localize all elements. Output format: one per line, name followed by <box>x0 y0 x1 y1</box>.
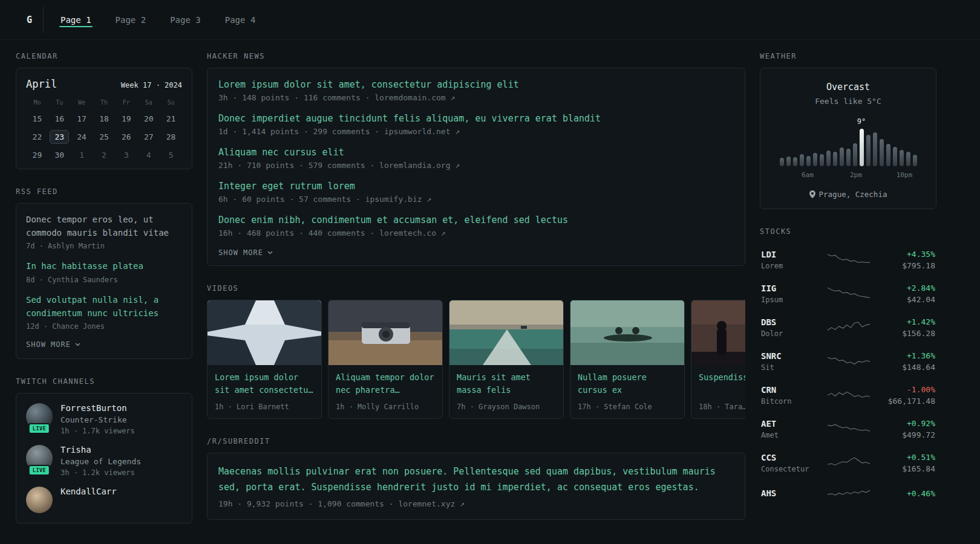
channel-game: League of Legends <box>60 457 141 466</box>
middle-column: HACKER NEWS Lorem ipsum dolor sit amet, … <box>207 52 745 544</box>
hn-link[interactable]: Aliquam nec cursus elit <box>218 147 734 158</box>
stock-price: $66,171.48 <box>872 397 935 406</box>
right-column: WEATHER Overcast Feels like 5°C 9° 6am 2… <box>760 52 936 544</box>
rss-item: Sed volutpat nulla nisl, a condimentum n… <box>26 294 182 331</box>
channel-name: KendallCarr <box>60 487 117 496</box>
weather-bar <box>820 154 824 166</box>
twitch-channel[interactable]: KendallCarr <box>26 487 182 513</box>
weather-bar <box>793 157 797 166</box>
calendar-dow: We <box>78 99 85 106</box>
stock-sparkline <box>825 320 872 335</box>
calendar-day-next-month: 5 <box>169 149 174 160</box>
stock-name: Amet <box>761 431 825 439</box>
weather-bar <box>853 143 857 166</box>
hackernews-widget-title: HACKER NEWS <box>207 52 745 60</box>
calendar-month: April <box>26 78 57 90</box>
avatar: LIVE <box>26 445 53 471</box>
stock-name: Consectetur <box>761 465 825 473</box>
video-card[interactable]: Nullam posuere cursus ex 17h · Stefan Co… <box>570 300 685 419</box>
post-link[interactable]: Maecenas mollis pulvinar erat non posuer… <box>218 464 734 495</box>
stocks-list: LDI Lorem +4.35% $795.18 IIG Ipsum <box>760 243 936 509</box>
calendar-day: 28 <box>166 131 176 142</box>
hackernews-card: Lorem ipsum dolor sit amet, consectetur … <box>207 68 745 266</box>
channel-game: Counter-Strike <box>60 415 135 424</box>
stock-name: Dolor <box>761 329 825 338</box>
hour-label: 2pm <box>850 171 862 179</box>
channel-meta: 3h · 1.2k viewers <box>60 468 141 477</box>
weather-bar <box>800 154 804 166</box>
twitch-channel-info: ForrestBurton Counter-Strike 1h · 1.7k v… <box>60 403 135 435</box>
rss-meta: 12d · Chance Jones <box>26 322 182 331</box>
calendar-dow: Sa <box>145 99 152 106</box>
hn-link[interactable]: Lorem ipsum dolor sit amet, consectetur … <box>218 79 734 90</box>
stock-name: Lorem <box>761 262 825 270</box>
video-title: Lorem ipsum dolor sit amet consectetu… <box>215 371 314 397</box>
calendar-day: 22 <box>33 131 42 142</box>
hn-link[interactable]: Donec enim nibh, condimentum et accumsan… <box>218 215 734 225</box>
tab-page-2[interactable]: Page 2 <box>114 9 148 31</box>
video-card[interactable]: Aliquam tempor dolor nec pharetra… 1h · … <box>328 300 443 419</box>
hn-item: Donec imperdiet augue tincidunt felis al… <box>218 113 734 136</box>
stock-row[interactable]: CCS Consectetur +0.51% $165.84 <box>760 446 936 480</box>
rss-link[interactable]: Donec tempor eros leo, ut commodo mauris… <box>26 213 182 239</box>
stock-ticker: LDI <box>761 250 825 259</box>
calendar-day: 16 <box>54 112 64 124</box>
stock-sparkline <box>825 421 872 437</box>
subreddit-widget: /R/SUBREDDIT Maecenas mollis pulvinar er… <box>207 437 745 520</box>
weather-bar <box>880 139 884 166</box>
video-meta: 1h · Lori Barnett <box>215 403 314 411</box>
weather-condition: Overcast <box>770 82 926 92</box>
video-info: Lorem ipsum dolor sit amet consectetu… 1… <box>207 365 321 418</box>
channel-name: ForrestBurton <box>60 403 135 413</box>
calendar-day: 20 <box>144 112 154 124</box>
twitch-channel[interactable]: LIVE ForrestBurton Counter-Strike 1h · 1… <box>26 403 182 435</box>
hn-meta: 3h · 148 points · 116 comments · loremdo… <box>218 93 734 102</box>
twitch-channel[interactable]: LIVE Trisha League of Legends 3h · 1.2k … <box>26 445 182 477</box>
stock-row[interactable]: AET Amet +0.92% $499.72 <box>760 412 936 446</box>
hour-label: 10pm <box>897 171 913 179</box>
stock-ticker: CRN <box>761 385 825 395</box>
subreddit-post: Maecenas mollis pulvinar erat non posuer… <box>218 464 734 508</box>
calendar-day-next-month: 4 <box>146 149 151 160</box>
app-logo[interactable]: G <box>16 7 44 33</box>
hn-link[interactable]: Donec imperdiet augue tincidunt felis al… <box>218 113 734 124</box>
hn-link[interactable]: Integer eget rutrum lorem <box>218 181 734 192</box>
live-badge: LIVE <box>28 423 50 434</box>
tab-page-1[interactable]: Page 1 <box>59 9 93 31</box>
video-thumbnail <box>207 300 322 365</box>
rss-link[interactable]: Sed volutpat nulla nisl, a condimentum n… <box>26 294 182 320</box>
stock-row[interactable]: AHS +0.46% <box>760 480 936 509</box>
stock-ticker: AET <box>761 419 825 429</box>
stock-row[interactable]: LDI Lorem +4.35% $795.18 <box>760 243 936 277</box>
video-card[interactable]: Lorem ipsum dolor sit amet consectetu… 1… <box>207 300 322 419</box>
weather-bar <box>866 135 871 166</box>
stock-row[interactable]: IIG Ipsum +2.84% $42.04 <box>760 277 936 311</box>
weather-bar <box>893 147 897 166</box>
tab-page-3[interactable]: Page 3 <box>169 9 202 31</box>
video-card[interactable]: Mauris sit amet massa felis 7h · Grayson… <box>449 300 564 419</box>
calendar-day: 29 <box>33 149 42 160</box>
stock-row[interactable]: SNRC Sit +1.36% $148.64 <box>760 345 936 378</box>
stock-price: $42.04 <box>872 295 935 304</box>
rss-show-more-button[interactable]: SHOW MORE <box>26 340 182 349</box>
stock-sparkline <box>825 252 872 268</box>
rss-link[interactable]: In hac habitasse platea <box>26 260 182 273</box>
stock-row[interactable]: DBS Dolor +1.42% $156.28 <box>760 311 936 345</box>
stock-price: $795.18 <box>872 261 935 270</box>
weather-bar <box>840 147 844 166</box>
hn-meta: 16h · 468 points · 440 comments · loremt… <box>218 228 734 238</box>
weather-bar <box>846 149 851 166</box>
stock-ticker: DBS <box>761 317 825 327</box>
video-card[interactable]: Suspendisse diam 18h · Tara… <box>691 300 745 419</box>
hn-show-more-button[interactable]: SHOW MORE <box>218 248 734 257</box>
calendar-dow: Fr <box>123 99 130 106</box>
tab-page-4[interactable]: Page 4 <box>224 9 257 31</box>
video-thumbnail <box>570 300 685 365</box>
calendar-grid: Mo Tu We Th Fr Sa Su 15 16 17 18 19 20 2… <box>26 99 182 160</box>
hn-item: Donec enim nibh, condimentum et accumsan… <box>218 215 734 238</box>
stock-sparkline <box>825 286 872 302</box>
hn-meta: 6h · 60 points · 57 comments · ipsumify.… <box>218 195 734 204</box>
rss-item: Donec tempor eros leo, ut commodo mauris… <box>26 213 182 250</box>
stock-row[interactable]: CRN Bitcorn -1.00% $66,171.48 <box>760 378 936 412</box>
calendar-day-next-month: 1 <box>79 149 84 160</box>
